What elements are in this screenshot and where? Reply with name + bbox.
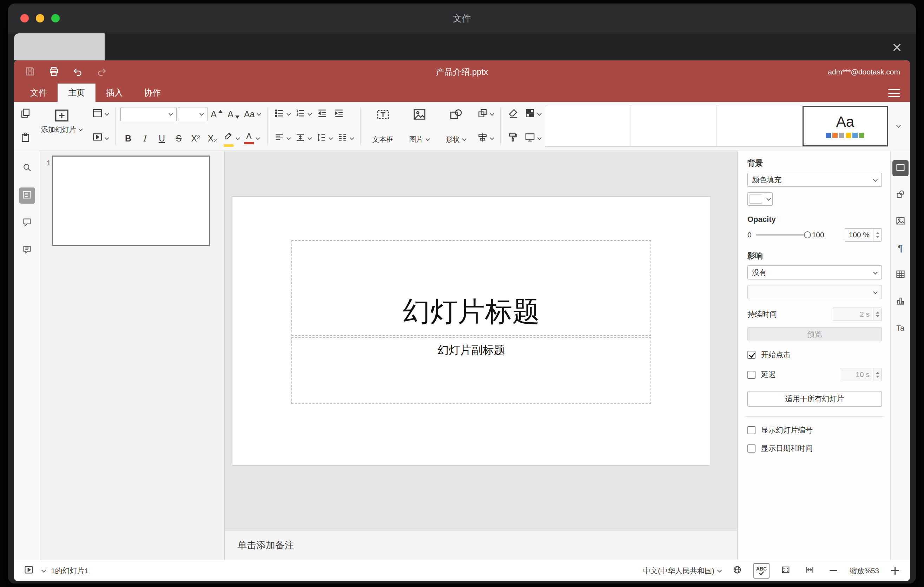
slides-panel-button[interactable] <box>19 188 35 204</box>
fit-to-width-button[interactable] <box>802 563 817 579</box>
preview-button[interactable]: 预览 <box>747 327 882 341</box>
delay-checkbox[interactable] <box>747 371 756 379</box>
start-on-click-checkbox[interactable] <box>747 351 756 359</box>
table-settings-button[interactable] <box>893 267 909 283</box>
set-language-button[interactable] <box>729 563 745 579</box>
slide[interactable]: 幻灯片标题 幻灯片副标题 <box>233 196 710 465</box>
italic-button[interactable]: I <box>137 130 153 147</box>
undo-button[interactable] <box>70 64 85 79</box>
theme-thumbnail-3[interactable] <box>716 106 802 147</box>
numbering-button[interactable] <box>294 106 313 123</box>
slide-size-button[interactable] <box>523 130 543 147</box>
image-settings-button[interactable] <box>893 213 909 229</box>
underline-button[interactable]: U <box>154 130 170 147</box>
insert-shape-button[interactable]: 形状 <box>439 106 474 147</box>
change-case-button[interactable]: Aa <box>243 106 262 123</box>
decrease-font-button[interactable]: A <box>226 106 241 123</box>
copy-style-button[interactable] <box>505 130 521 147</box>
increase-indent-button[interactable] <box>332 106 347 123</box>
redo-button[interactable] <box>94 64 109 79</box>
superscript-button[interactable]: X² <box>188 130 203 147</box>
save-button[interactable] <box>23 64 37 79</box>
font-color-button[interactable]: A <box>243 130 261 147</box>
tab-home[interactable]: 主页 <box>58 84 96 102</box>
increase-font-button[interactable]: A <box>209 106 224 123</box>
start-slideshow-status-button[interactable] <box>21 563 36 579</box>
start-slideshow-button[interactable] <box>91 130 110 147</box>
background-color-picker[interactable] <box>747 192 773 206</box>
color-picker-dropdown[interactable] <box>764 193 772 205</box>
spellcheck-button[interactable]: ABC <box>753 563 769 579</box>
menu-icon[interactable] <box>888 89 900 97</box>
duration-input[interactable]: 2 s <box>833 308 882 321</box>
opacity-slider[interactable] <box>756 234 808 236</box>
insert-text-box-button[interactable]: 文本框 <box>365 106 401 147</box>
theme-thumbnail-2[interactable] <box>631 106 716 147</box>
zoom-out-button[interactable] <box>826 563 841 579</box>
zoom-in-button[interactable] <box>888 563 903 579</box>
decrease-indent-button[interactable] <box>315 106 330 123</box>
tab-collaboration[interactable]: 协作 <box>134 84 171 102</box>
close-icon[interactable] <box>889 39 906 56</box>
slides-panel-icon <box>22 190 32 201</box>
comments-button[interactable] <box>19 215 35 231</box>
theme-gallery-expand-button[interactable] <box>890 118 906 135</box>
slide-settings-button[interactable] <box>893 160 909 176</box>
clear-style-button[interactable] <box>505 106 521 123</box>
effect-select[interactable]: 没有 <box>747 265 882 279</box>
color-scheme-button[interactable] <box>523 106 543 123</box>
arrange-shapes-button[interactable] <box>476 106 495 123</box>
shape-icon <box>449 107 463 123</box>
effect-variant-select[interactable] <box>747 285 882 299</box>
apply-to-all-slides-button[interactable]: 适用于所有幻灯片 <box>747 391 882 407</box>
bullets-button[interactable] <box>272 106 292 123</box>
bold-button[interactable]: B <box>120 130 136 147</box>
fit-to-slide-button[interactable] <box>778 563 794 579</box>
vertical-align-button[interactable] <box>294 130 313 147</box>
show-slide-number-checkbox[interactable] <box>747 426 756 434</box>
slide-canvas-area[interactable]: 幻灯片标题 幻灯片副标题 <box>225 151 737 530</box>
subtitle-placeholder[interactable]: 幻灯片副标题 <box>291 337 651 404</box>
chart-settings-button[interactable] <box>893 294 909 310</box>
spinner-arrows[interactable] <box>873 308 881 320</box>
align-shapes-button[interactable] <box>476 130 495 147</box>
horizontal-align-button[interactable] <box>272 130 292 147</box>
font-size-combo[interactable] <box>178 107 208 121</box>
print-button[interactable] <box>46 64 61 79</box>
columns-button[interactable] <box>336 130 355 147</box>
slide-thumbnail[interactable] <box>52 155 210 246</box>
highlight-color-button[interactable] <box>221 130 241 147</box>
notes-area[interactable]: 单击添加备注 <box>225 530 737 560</box>
paragraph-settings-button[interactable]: ¶ <box>893 240 909 256</box>
fill-type-select[interactable]: 颜色填充 <box>747 173 882 187</box>
chat-feedback-button[interactable] <box>19 242 35 258</box>
tab-file[interactable]: 文件 <box>20 84 58 102</box>
add-slide-button[interactable]: 添加幻灯片 <box>35 106 89 137</box>
font-name-combo[interactable] <box>120 107 177 121</box>
title-placeholder[interactable]: 幻灯片标题 <box>291 240 651 336</box>
spinner-arrows[interactable] <box>873 229 881 241</box>
theme-thumbnail-1[interactable] <box>545 106 631 147</box>
fullscreen-window-button[interactable] <box>51 14 60 23</box>
chevron-down-icon[interactable] <box>41 568 46 572</box>
subscript-button[interactable]: X₂ <box>205 130 220 147</box>
strikethrough-button[interactable]: S <box>171 130 186 147</box>
copy-button[interactable] <box>18 106 33 123</box>
show-date-checkbox[interactable] <box>747 444 756 453</box>
shape-settings-button[interactable] <box>893 187 909 203</box>
tab-insert[interactable]: 插入 <box>96 84 134 102</box>
opacity-slider-thumb[interactable] <box>804 231 811 238</box>
opacity-input[interactable]: 100 % <box>845 228 882 242</box>
text-art-settings-button[interactable]: Ta <box>893 320 909 336</box>
slide-layout-button[interactable] <box>91 106 110 123</box>
minimize-window-button[interactable] <box>36 14 44 23</box>
spinner-arrows[interactable] <box>873 368 881 381</box>
language-selector[interactable]: 中文(中华人民共和国) <box>643 566 721 576</box>
theme-thumbnail-selected[interactable]: Aa <box>802 106 888 147</box>
close-window-button[interactable] <box>20 14 29 23</box>
insert-image-button[interactable]: 图片 <box>402 106 437 147</box>
paste-button[interactable] <box>18 130 33 147</box>
delay-input[interactable]: 10 s <box>840 368 882 381</box>
line-spacing-button[interactable] <box>315 130 334 147</box>
search-button[interactable] <box>19 160 35 176</box>
